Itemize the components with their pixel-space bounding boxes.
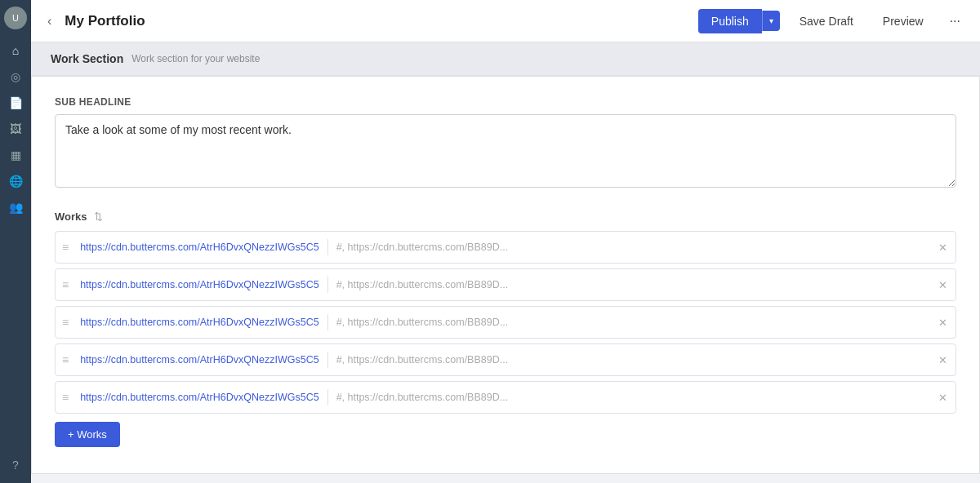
sub-headline-label: Sub Headline (55, 96, 956, 108)
works-list: ≡ https://cdn.buttercms.com/AtrH6DvxQNez… (55, 231, 956, 414)
work-placeholder-text: #, https://cdn.buttercms.com/BB89D... (332, 354, 930, 366)
sub-headline-input[interactable] (55, 114, 956, 188)
work-item: ≡ https://cdn.buttercms.com/AtrH6DvxQNez… (55, 343, 956, 376)
sidebar-icon-help[interactable]: ? (4, 454, 27, 476)
remove-work-button[interactable]: ✕ (930, 232, 956, 263)
page-title: My Portfolio (65, 13, 688, 29)
sidebar-icon-blog[interactable]: ◎ (4, 65, 27, 88)
preview-button[interactable]: Preview (873, 9, 933, 33)
form-container: Sub Headline Works ⇅ ≡ https://cdn.butte… (31, 76, 980, 474)
work-item: ≡ https://cdn.buttercms.com/AtrH6DvxQNez… (55, 231, 956, 264)
work-item: ≡ https://cdn.buttercms.com/AtrH6DvxQNez… (55, 306, 956, 339)
divider (327, 239, 328, 255)
sidebar-icon-media[interactable]: 🖼 (4, 117, 27, 140)
topbar: ‹ My Portfolio Publish ▾ Save Draft Prev… (31, 0, 980, 42)
work-url-text: https://cdn.buttercms.com/AtrH6DvxQNezzI… (75, 279, 323, 290)
section-subtitle: Work section for your website (131, 53, 260, 64)
works-header: Works ⇅ (55, 210, 956, 223)
divider (327, 314, 328, 330)
work-placeholder-text: #, https://cdn.buttercms.com/BB89D... (332, 279, 930, 290)
content-area: Work Section Work section for your websi… (31, 42, 980, 483)
drag-handle-icon[interactable]: ≡ (56, 344, 75, 375)
works-label: Works (55, 210, 87, 223)
drag-handle-icon[interactable]: ≡ (56, 232, 75, 263)
sidebar-icon-layout[interactable]: ▦ (4, 144, 27, 166)
main-area: ‹ My Portfolio Publish ▾ Save Draft Prev… (31, 0, 980, 483)
remove-work-button[interactable]: ✕ (930, 382, 956, 413)
sidebar: U ⌂ ◎ 📄 🖼 ▦ 🌐 👥 ? (0, 0, 31, 483)
work-placeholder-text: #, https://cdn.buttercms.com/BB89D... (332, 242, 930, 253)
remove-work-button[interactable]: ✕ (930, 269, 956, 300)
work-placeholder-text: #, https://cdn.buttercms.com/BB89D... (332, 317, 930, 328)
sidebar-icon-team[interactable]: 👥 (4, 196, 27, 219)
divider (327, 389, 328, 405)
drag-handle-icon[interactable]: ≡ (56, 307, 75, 338)
publish-dropdown-button[interactable]: ▾ (762, 11, 780, 31)
sidebar-icon-globe[interactable]: 🌐 (4, 170, 27, 193)
avatar[interactable]: U (4, 7, 27, 29)
publish-button[interactable]: Publish (698, 9, 762, 33)
save-draft-button[interactable]: Save Draft (790, 9, 863, 33)
add-works-button[interactable]: + Works (55, 422, 120, 447)
divider (327, 352, 328, 368)
publish-button-group: Publish ▾ (698, 9, 780, 33)
work-item: ≡ https://cdn.buttercms.com/AtrH6DvxQNez… (55, 268, 956, 301)
sidebar-icon-pages[interactable]: 📄 (4, 91, 27, 114)
section-title: Work Section (51, 52, 123, 65)
remove-work-button[interactable]: ✕ (930, 307, 956, 338)
back-button[interactable]: ‹ (44, 11, 55, 32)
drag-handle-icon[interactable]: ≡ (56, 269, 75, 300)
remove-work-button[interactable]: ✕ (930, 344, 956, 375)
divider (327, 277, 328, 293)
sidebar-icon-home[interactable]: ⌂ (4, 39, 27, 62)
sort-icon[interactable]: ⇅ (94, 210, 103, 223)
work-placeholder-text: #, https://cdn.buttercms.com/BB89D... (332, 392, 930, 403)
drag-handle-icon[interactable]: ≡ (56, 382, 75, 413)
work-url-text: https://cdn.buttercms.com/AtrH6DvxQNezzI… (75, 392, 323, 403)
work-url-text: https://cdn.buttercms.com/AtrH6DvxQNezzI… (75, 242, 323, 253)
more-options-button[interactable]: ··· (943, 8, 967, 34)
work-url-text: https://cdn.buttercms.com/AtrH6DvxQNezzI… (75, 317, 323, 328)
work-url-text: https://cdn.buttercms.com/AtrH6DvxQNezzI… (75, 354, 323, 366)
work-item: ≡ https://cdn.buttercms.com/AtrH6DvxQNez… (55, 381, 956, 414)
section-header: Work Section Work section for your websi… (31, 42, 980, 76)
